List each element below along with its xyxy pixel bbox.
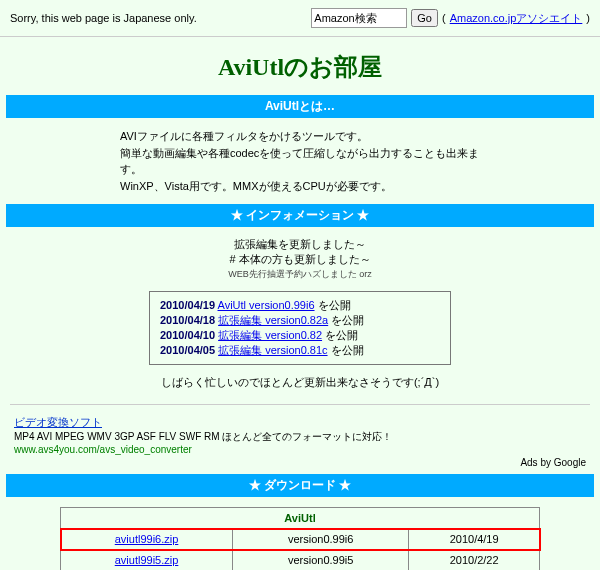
section-info-header: ★ インフォメーション ★ (6, 204, 594, 227)
about-line-3: WinXP、Vista用です。MMXが使えるCPUが必要です。 (120, 180, 392, 192)
update-date: 2010/04/10 (160, 329, 215, 341)
update-link[interactable]: 拡張編集 version0.82 (218, 329, 322, 341)
update-link[interactable]: 拡張編集 version0.81c (218, 344, 327, 356)
download-table-title: AviUtl (61, 508, 540, 529)
download-file-link[interactable]: aviutl99i6.zip (115, 533, 179, 545)
download-table: AviUtl aviutl99i6.zipversion0.99i62010/4… (60, 507, 540, 570)
ad-block: ビデオ変換ソフト MP4 AVI MPEG WMV 3GP ASF FLV SW… (0, 405, 600, 457)
table-row: aviutl99i6.zipversion0.99i62010/4/19 (61, 529, 540, 550)
info-line-2: # 本体の方も更新しました～ (229, 253, 370, 265)
download-date: 2010/2/22 (409, 550, 540, 571)
amazon-search-input[interactable] (311, 8, 407, 28)
download-version: version0.99i6 (233, 529, 409, 550)
info-line-1: 拡張編集を更新しました～ (234, 238, 366, 250)
table-row: aviutl99i5.zipversion0.99i52010/2/22 (61, 550, 540, 571)
amazon-associate-link[interactable]: Amazon.co.jpアソシエイト (450, 11, 583, 26)
ad-subtitle: MP4 AVI MPEG WMV 3GP ASF FLV SWF RM ほとんど… (14, 431, 392, 442)
ad-title-link[interactable]: ビデオ変換ソフト (14, 416, 102, 428)
update-link[interactable]: AviUtl version0.99i6 (218, 299, 315, 311)
ad-url: www.avs4you.com/avs_video_converter (14, 444, 192, 455)
page-title: AviUtlのお部屋 (0, 51, 600, 83)
update-date: 2010/04/05 (160, 344, 215, 356)
info-line-3: WEB先行抽選予約ハズしました orz (228, 269, 372, 279)
ads-by-google: Ads by Google (0, 457, 600, 474)
section-download-header: ★ ダウンロード ★ (6, 474, 594, 497)
section-about-header: AviUtlとは… (6, 95, 594, 118)
lang-notice: Sorry, this web page is Japanese only. (10, 12, 197, 24)
apology-text: しばらく忙しいのでほとんど更新出来なさそうです(;´Д`) (0, 375, 600, 390)
search-go-button[interactable]: Go (411, 9, 438, 27)
about-line-1: AVIファイルに各種フィルタをかけるツールです。 (120, 130, 368, 142)
about-line-2: 簡単な動画編集や各種codecを使って圧縮しながら出力することも出来ます。 (120, 147, 479, 176)
update-date: 2010/04/18 (160, 314, 215, 326)
download-date: 2010/4/19 (409, 529, 540, 550)
update-box: 2010/04/19 AviUtl version0.99i6 を公開2010/… (149, 291, 451, 365)
download-file-link[interactable]: aviutl99i5.zip (115, 554, 179, 566)
update-date: 2010/04/19 (160, 299, 215, 311)
update-link[interactable]: 拡張編集 version0.82a (218, 314, 328, 326)
download-version: version0.99i5 (233, 550, 409, 571)
